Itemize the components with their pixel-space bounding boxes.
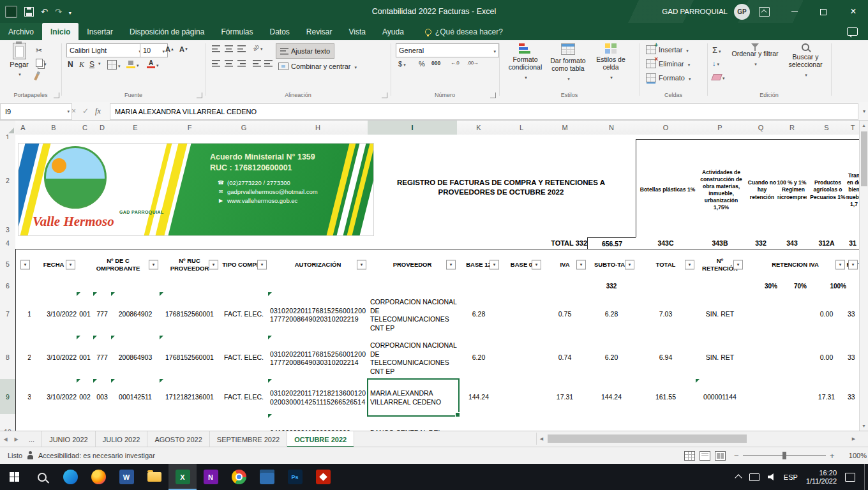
- cell-P7[interactable]: SIN. RET: [696, 292, 745, 336]
- format-cells-button[interactable]: Formato: [646, 73, 691, 82]
- orientation-button[interactable]: ab: [253, 44, 263, 52]
- align-middle-button[interactable]: [225, 45, 233, 52]
- grid-cell[interactable]: [111, 237, 160, 249]
- cell-M7[interactable]: 0.75: [542, 292, 588, 336]
- top-header-O[interactable]: Botellas plásticas 1%: [636, 139, 700, 241]
- align-center-button[interactable]: [225, 60, 233, 67]
- format-as-table-button[interactable]: Dar formato como tabla: [548, 43, 588, 83]
- customize-qat-dropdown[interactable]: [69, 6, 71, 17]
- decrease-indent-button[interactable]: [253, 60, 261, 67]
- file-explorer-icon[interactable]: [140, 464, 168, 490]
- zoom-level[interactable]: 100%: [835, 452, 867, 459]
- increase-font-button[interactable]: A▲: [165, 45, 174, 53]
- zoom-slider[interactable]: [743, 455, 826, 456]
- word-icon[interactable]: W: [112, 464, 140, 490]
- tab-inicio[interactable]: Inicio: [42, 23, 79, 40]
- language-indicator[interactable]: ESP: [784, 473, 798, 481]
- cell-C10[interactable]: [77, 414, 94, 431]
- column-header-G[interactable]: G: [220, 121, 269, 135]
- zoom-out-button[interactable]: −: [734, 451, 739, 461]
- vertical-scrollbar[interactable]: [859, 121, 868, 431]
- filter-button[interactable]: ▾: [625, 260, 634, 270]
- cell-C8[interactable]: 001: [77, 336, 94, 380]
- tab-revisar[interactable]: Revisar: [298, 23, 341, 40]
- grid-cell[interactable]: [93, 237, 112, 249]
- excel-taskbar-icon[interactable]: X: [168, 464, 197, 490]
- column-header-L[interactable]: L: [500, 121, 543, 135]
- cell-H10[interactable]: 041020220117600026000: [268, 414, 372, 431]
- paste-button[interactable]: Pegar: [5, 43, 33, 77]
- filter-button[interactable]: ▾: [257, 260, 267, 270]
- total-cell-R[interactable]: 343: [777, 237, 807, 249]
- horizontal-scrollbar[interactable]: [536, 433, 858, 445]
- subheader-cell-I[interactable]: [368, 279, 458, 293]
- row-header-5[interactable]: 5: [0, 249, 16, 280]
- cell-S8[interactable]: 0.00: [807, 336, 847, 380]
- cell-L8[interactable]: [500, 336, 543, 380]
- clear-button[interactable]: [712, 73, 725, 81]
- sheet-nav-left-icon[interactable]: ◀: [0, 431, 11, 447]
- cell-G8[interactable]: FACT. ELEC.: [220, 336, 269, 380]
- grid-cell[interactable]: [542, 222, 588, 238]
- font-size-combo[interactable]: 10: [140, 43, 168, 57]
- calculator-icon[interactable]: [253, 464, 281, 490]
- acrobat-icon[interactable]: [309, 464, 337, 490]
- format-painter-button[interactable]: [36, 71, 38, 80]
- filter-button[interactable]: ▾: [835, 260, 845, 270]
- cell-G10[interactable]: [220, 414, 269, 431]
- cell-R8[interactable]: [777, 336, 807, 380]
- cell-L9[interactable]: [500, 379, 543, 415]
- accessibility-icon[interactable]: [27, 451, 34, 460]
- cell-F7[interactable]: 1768152560001: [160, 292, 220, 336]
- top-header-P[interactable]: Actividades de construcción de obra mate…: [696, 139, 747, 241]
- subheader-cell-T[interactable]: [846, 279, 860, 293]
- grid-cell[interactable]: [77, 237, 94, 249]
- total-cell-P[interactable]: 343B: [696, 237, 745, 249]
- table-header-P[interactable]: Nº RETENCIÓN▾: [696, 249, 745, 281]
- cell-O9[interactable]: 161.55: [636, 379, 696, 415]
- fill-button[interactable]: ↓: [712, 59, 719, 67]
- row-header-6[interactable]: 6: [0, 279, 16, 293]
- filter-button[interactable]: ▾: [685, 260, 694, 270]
- formula-input[interactable]: MARIA ALEXANDRA VILLARREAL CEDENO: [110, 103, 858, 120]
- subheader-cell-N[interactable]: 332: [587, 279, 636, 293]
- enter-icon[interactable]: ✓: [82, 107, 89, 115]
- restore-button[interactable]: [809, 0, 839, 23]
- comma-style-button[interactable]: 000: [431, 60, 440, 66]
- column-header-O[interactable]: O: [636, 121, 696, 135]
- cell-L10[interactable]: [500, 414, 543, 431]
- sheet-tab-octubre[interactable]: OCTUBRE 2022: [287, 431, 354, 447]
- column-header-K[interactable]: K: [457, 121, 501, 135]
- cell-I7[interactable]: CORPORACION NACIONAL DE TELECOMUNICACION…: [368, 292, 463, 339]
- row-header-2[interactable]: 2: [0, 139, 16, 223]
- tab-formulas[interactable]: Fórmulas: [213, 23, 261, 40]
- column-header-B[interactable]: B: [31, 121, 77, 135]
- font-dialog-launcher[interactable]: [197, 93, 202, 98]
- cell-H8[interactable]: 0310202201176815256001200177720086490303…: [268, 336, 372, 382]
- cell-B7[interactable]: 3/10/2022: [31, 292, 80, 336]
- grid-cell[interactable]: [15, 237, 31, 249]
- sheet-tab-julio[interactable]: JULIO 2022: [96, 431, 148, 447]
- table-header-T[interactable]: RET▾: [846, 249, 860, 281]
- vertical-scrollbar-thumb[interactable]: [861, 131, 867, 186]
- photoshop-icon[interactable]: Ps: [281, 464, 309, 490]
- filter-button[interactable]: ▾: [848, 260, 858, 270]
- tab-datos[interactable]: Datos: [261, 23, 297, 40]
- cell-Q8[interactable]: [744, 336, 778, 380]
- chrome-icon[interactable]: [225, 464, 253, 490]
- top-header-R[interactable]: 100 % y 1%.- Regimen microempresa: [777, 139, 810, 241]
- sheet-tab-more[interactable]: ...: [22, 431, 42, 447]
- name-box[interactable]: I9 ▾: [0, 103, 72, 120]
- grid-cell[interactable]: [160, 237, 220, 249]
- cell-E8[interactable]: 200864903: [111, 336, 160, 380]
- edge-icon[interactable]: [56, 464, 84, 490]
- cell-F10[interactable]: [160, 414, 220, 431]
- zoom-in-button[interactable]: +: [830, 451, 835, 461]
- total-cell-T[interactable]: 31: [846, 237, 860, 249]
- grid-cell[interactable]: [500, 222, 543, 238]
- volume-icon[interactable]: [768, 473, 775, 480]
- total-cell-O[interactable]: 343C: [636, 237, 696, 249]
- grid-cell[interactable]: [457, 237, 501, 249]
- cell-O7[interactable]: 7.03: [636, 292, 696, 336]
- close-button[interactable]: [839, 0, 868, 23]
